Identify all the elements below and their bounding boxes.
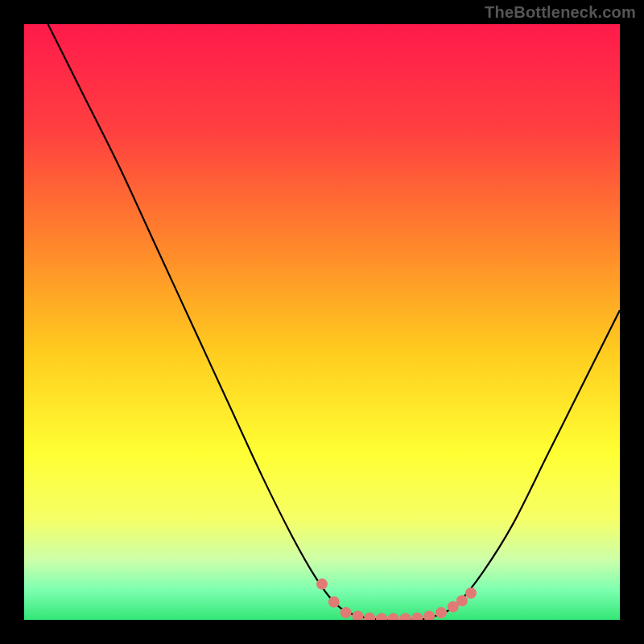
datapoint-marker (328, 597, 340, 608)
chart-frame: TheBottleneck.com (0, 0, 644, 644)
bottleneck-curve (48, 24, 620, 620)
curve-layer (24, 24, 620, 620)
datapoint-marker (376, 613, 387, 620)
datapoint-marker (400, 613, 411, 620)
datapoint-marker (423, 611, 435, 620)
datapoint-marker (316, 579, 328, 590)
datapoint-markers (316, 579, 477, 620)
watermark-text: TheBottleneck.com (485, 3, 636, 22)
datapoint-marker (456, 595, 468, 606)
datapoint-marker (341, 607, 352, 618)
datapoint-marker (364, 613, 375, 620)
datapoint-marker (465, 588, 477, 599)
datapoint-marker (436, 607, 447, 618)
datapoint-marker (388, 613, 399, 620)
datapoint-marker (352, 611, 363, 620)
datapoint-marker (411, 613, 423, 620)
plot-area (24, 24, 620, 620)
